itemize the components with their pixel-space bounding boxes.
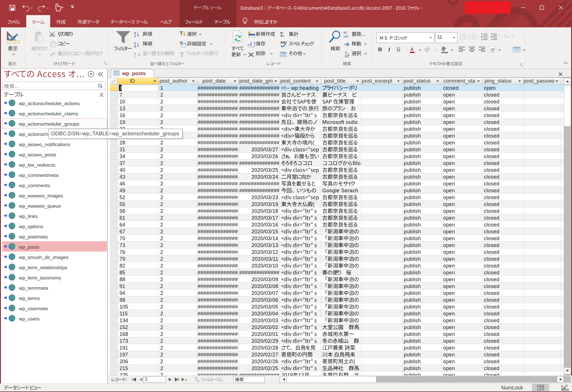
svg-text:A: A [134, 52, 136, 55]
svg-text:Σ: Σ [280, 31, 284, 38]
svg-text:Z: Z [134, 55, 136, 58]
svg-text:A: A [134, 45, 136, 48]
svg-text:3: 3 [469, 38, 470, 40]
svg-text:A: A [410, 47, 414, 52]
svg-text:ac: ac [345, 34, 349, 38]
svg-text:ABC: ABC [280, 41, 287, 44]
svg-text:Z: Z [134, 34, 136, 38]
